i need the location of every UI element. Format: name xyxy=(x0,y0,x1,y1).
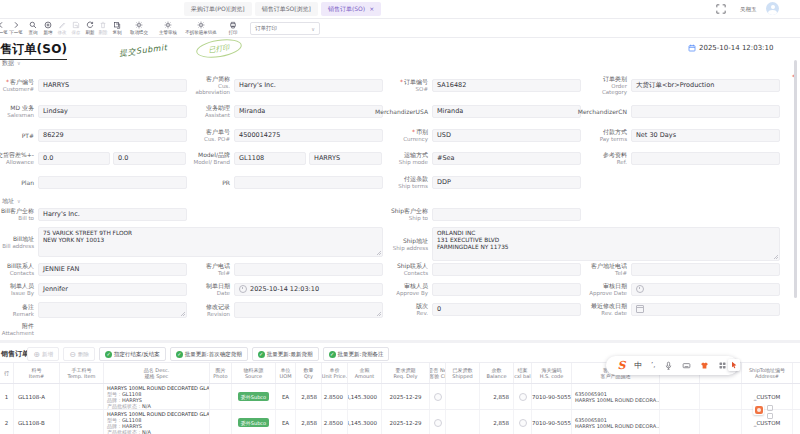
punctuation-icon[interactable]: ’, xyxy=(651,362,655,369)
chevron-down-icon: ∨ xyxy=(17,198,21,204)
action-icon: ⊕ xyxy=(33,351,40,358)
widget-handles[interactable] xyxy=(767,405,773,419)
allowance-min-input[interactable]: 0.0 xyxy=(38,152,110,165)
detail-action-button[interactable]: ✓ 指定行结案/反结案 xyxy=(99,347,166,361)
field-ship-address: Ship地址Ship address ORLANDI INC 131 EXECU… xyxy=(348,227,780,261)
action-icon: ✓ xyxy=(329,351,336,358)
bill-address-textarea[interactable]: 75 VARICK STREET 9TH FLOOR NEW YORK NY 1… xyxy=(38,227,383,257)
cell-extra-2 xyxy=(700,410,742,434)
toolbox-grid-icon[interactable] xyxy=(718,361,727,370)
field-order-category: 订单类别Order Category 大货订单<br>Production xyxy=(545,78,780,92)
cell-qty: 2,858 xyxy=(296,384,322,409)
action-icon: ✓ xyxy=(258,351,265,358)
print-type-select[interactable]: 订单打印 ∨ xyxy=(250,22,320,35)
printed-stamp: 已打印 xyxy=(195,37,243,61)
clock-icon xyxy=(239,285,247,293)
addr-tel-input[interactable] xyxy=(631,263,780,276)
action-icon: ⊖ xyxy=(69,351,76,358)
grid-header-cell: 行 xyxy=(0,363,14,383)
cell-line-no: 1 xyxy=(0,384,14,409)
cell-temp-item xyxy=(60,410,104,434)
section-head-data[interactable]: 数据∨ xyxy=(2,59,21,68)
orange-widget-icon[interactable] xyxy=(753,404,764,415)
printer-icon xyxy=(229,21,237,29)
calendar-icon xyxy=(636,305,644,313)
detail-action-button[interactable]: ✓ 批量更新:货期备注 xyxy=(323,347,390,361)
cell-ship-to xyxy=(793,384,800,409)
microphone-icon[interactable] xyxy=(664,361,673,370)
toolbar: 上一笔 下一笔 查询 新增 修改 保存 刷新 删除 xyxy=(0,19,800,38)
submit-annotation: 提交Submit xyxy=(119,42,168,59)
ime-mouse-mode-icon[interactable] xyxy=(728,359,740,371)
field-ref: 参考资料Ref. xyxy=(545,151,780,165)
grid-header-cell: 单位 UOM xyxy=(276,363,296,383)
tab-sales-order-browse[interactable]: 销售订单SO[浏览] xyxy=(255,2,318,16)
grid-header-cell: 是否 Ne 客验 CI xyxy=(430,363,446,383)
grid-header-cell: 余数 Balance xyxy=(480,363,514,383)
vertical-scrollbar[interactable] xyxy=(794,60,797,298)
page-title: 售订单(SO) xyxy=(0,41,67,60)
order-line-row[interactable]: 2 GL1108-B HARRYS 100ML ROUND DECORATED … xyxy=(0,410,800,434)
ship-terms-input[interactable]: DDP xyxy=(432,176,581,189)
cell-shipped xyxy=(446,410,480,434)
skin-icon[interactable] xyxy=(700,361,709,370)
bill-to-input[interactable]: Harry's Inc. xyxy=(38,208,187,221)
pay-terms-input[interactable]: Net 30 Days xyxy=(631,129,780,142)
tab-purchase-order-browse[interactable]: 采购订单(PO)[浏览] xyxy=(184,2,252,16)
radio-unchecked[interactable] xyxy=(519,419,527,427)
field-pay-terms: 付款方式Pay terms Net 30 Days xyxy=(545,128,780,142)
cell-cxl-bal xyxy=(514,384,532,409)
ime-toolbar[interactable]: S 中 ’, xyxy=(606,356,738,375)
cell-extra-2 xyxy=(700,384,742,409)
cell-hs-code: 7010-90-5055 xyxy=(532,410,572,434)
detail-action-button[interactable]: ⊖ 删除 xyxy=(63,347,95,361)
order-line-row[interactable]: 1 GL1108-A HARRYS 100ML ROUND DECORATED … xyxy=(0,384,800,410)
avatar[interactable] xyxy=(766,2,779,15)
detail-action-button[interactable]: ⊕ 新增 xyxy=(27,347,59,361)
model-input[interactable]: GL1108 xyxy=(234,152,306,165)
cell-source: 委外Subco xyxy=(232,410,276,434)
radio-unchecked[interactable] xyxy=(519,393,527,401)
field-ship-to: Ship客户全称Ship to xyxy=(348,207,581,221)
action-icon: ✓ xyxy=(176,351,183,358)
gear-icon xyxy=(164,21,172,29)
cell-description: HARRYS 100ML ROUND DECORATED GLASS ... 型… xyxy=(104,384,210,409)
approve-date-input[interactable] xyxy=(631,283,780,296)
tab-bar: 采购订单(PO)[浏览] 销售订单SO[浏览] 销售订单(SO)× 吴相玉 xyxy=(0,0,800,19)
print-button[interactable]: 打印 xyxy=(219,21,247,35)
keyboard-icon[interactable] xyxy=(682,361,691,370)
fullscreen-icon[interactable] xyxy=(716,4,726,14)
floating-screenshot-widget[interactable] xyxy=(753,404,773,419)
cell-need-ci xyxy=(430,384,446,409)
field-attachment: 附件Attachment xyxy=(0,322,34,336)
merchandizer-cn-input[interactable] xyxy=(631,105,780,118)
radio-unchecked[interactable] xyxy=(434,419,442,427)
cell-unit-price: 2.8500 xyxy=(322,410,348,434)
ship-to-input[interactable] xyxy=(432,208,581,221)
radio-unchecked[interactable] xyxy=(434,393,442,401)
rev-date-input[interactable] xyxy=(631,303,780,316)
grid-header-cell: 手工料号 Temp. Item xyxy=(60,363,104,383)
grid-header-cell: 数量 Qty xyxy=(296,363,322,383)
cell-cxl-bal xyxy=(514,410,532,434)
chinese-mode-icon[interactable]: 中 xyxy=(634,362,642,370)
field-bill-address: Bill地址Bill address 75 VARICK STREET 9TH … xyxy=(0,227,383,257)
detail-action-button[interactable]: ✓ 批量更新:最新货期 xyxy=(252,347,319,361)
cell-cust-product: 6350065901 HARRYS 100ML ROUND DECORA... xyxy=(572,384,660,409)
ref-input[interactable] xyxy=(631,152,780,165)
tab-sales-order[interactable]: 销售订单(SO)× xyxy=(321,2,381,16)
close-tab-icon[interactable]: × xyxy=(369,5,374,12)
sogou-logo-icon[interactable]: S xyxy=(617,360,625,371)
section-address[interactable]: 地址∨ xyxy=(2,197,21,206)
packing-list-toggle-button[interactable]: 不拆装箱单切换 xyxy=(187,21,215,35)
ship-address-textarea[interactable]: ORLANDI INC 131 EXECUTIVE BLVD FARMINGDA… xyxy=(432,227,780,261)
detail-action-button[interactable]: ✓ 批量更新:首次确定货期 xyxy=(170,347,248,361)
current-user[interactable]: 吴相玉 xyxy=(740,6,757,13)
cell-item: GL1108-B xyxy=(14,410,60,434)
order-category-input[interactable]: 大货订单<br>Production xyxy=(631,79,780,92)
cancel-submit-button[interactable]: 取消提交 xyxy=(125,21,153,35)
supervisor-approve-button[interactable]: 主管审核 xyxy=(154,21,182,35)
grid-header-cell: ShipTo地址编号 Address# xyxy=(742,363,793,383)
chevron-down-icon: ∨ xyxy=(17,60,21,66)
grid-header-cell: 料号 Item# xyxy=(14,363,60,383)
